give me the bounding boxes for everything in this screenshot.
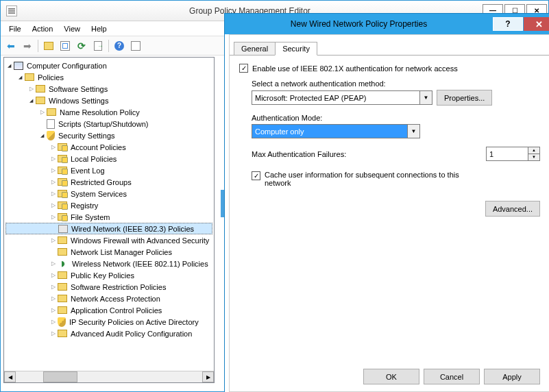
show-hide-button[interactable] xyxy=(58,38,73,53)
expander-icon[interactable] xyxy=(49,167,57,174)
export-button[interactable] xyxy=(90,38,106,53)
shield-icon xyxy=(58,317,66,327)
tree-windows[interactable]: Windows Settings xyxy=(5,95,212,106)
folder-icon xyxy=(25,73,34,81)
authmode-select[interactable]: Computer only ▼ xyxy=(252,124,420,138)
refresh-button[interactable]: ⟳ xyxy=(74,38,89,53)
tree-sysservices[interactable]: System Services xyxy=(5,188,212,199)
maxfail-input[interactable] xyxy=(486,147,528,161)
menu-help[interactable]: Help xyxy=(86,23,112,34)
horizontal-scrollbar[interactable]: ◀ ▶ xyxy=(4,371,214,382)
maxfail-spinner: ▲ ▼ xyxy=(486,147,540,161)
expander-icon[interactable] xyxy=(49,201,57,209)
expander-icon[interactable] xyxy=(49,213,57,221)
dialog-titlebar[interactable]: New Wired Network Policy Properties ? ✕ xyxy=(225,14,549,34)
scroll-left-button[interactable]: ◀ xyxy=(4,371,16,382)
tree-policies[interactable]: Policies xyxy=(5,71,212,83)
tree-wireless[interactable]: Wireless Network (IEEE 802.11) Policies xyxy=(5,258,212,269)
expander-icon[interactable] xyxy=(49,260,57,267)
dialog-help-button[interactable]: ? xyxy=(493,17,523,31)
tree-root[interactable]: Computer Configuration xyxy=(5,60,212,71)
up-button[interactable] xyxy=(41,38,56,53)
authmethod-label: Select a network authentication method: xyxy=(252,79,540,88)
tree-wired[interactable]: Wired Network (IEEE 802.3) Policies xyxy=(5,223,212,234)
expander-icon[interactable] xyxy=(49,190,57,197)
folder-icon xyxy=(58,236,67,244)
tabbar: General Security xyxy=(230,39,549,56)
tree-security[interactable]: Security Settings xyxy=(5,130,212,141)
expander-icon[interactable] xyxy=(49,271,57,279)
advanced-button[interactable]: Advanced... xyxy=(485,201,540,217)
tree-software[interactable]: Software Settings xyxy=(5,83,212,95)
expander-icon[interactable] xyxy=(49,155,57,162)
forward-button[interactable]: ➡ xyxy=(20,38,35,53)
expander-icon[interactable] xyxy=(38,132,46,139)
tree-pki[interactable]: Public Key Policies xyxy=(5,269,212,281)
filter-button[interactable] xyxy=(128,38,143,53)
dialog-body: General Security Enable use of IEEE 802.… xyxy=(229,34,549,392)
back-button[interactable]: ⬅ xyxy=(3,38,19,53)
app-icon xyxy=(6,5,17,16)
dialog-close-button[interactable]: ✕ xyxy=(524,17,549,31)
apply-button[interactable]: Apply xyxy=(484,369,540,384)
expander-icon[interactable] xyxy=(27,97,35,104)
tree-filesystem[interactable]: File System xyxy=(5,211,212,223)
expander-icon[interactable] xyxy=(38,108,46,116)
properties-button[interactable]: Properties... xyxy=(437,90,492,106)
tree-pane[interactable]: Computer Configuration Policies Software… xyxy=(3,57,215,383)
expander-icon[interactable] xyxy=(49,306,57,314)
menu-action[interactable]: Action xyxy=(27,23,59,34)
scroll-thumb[interactable] xyxy=(43,371,77,382)
expander-icon[interactable] xyxy=(49,178,57,186)
cancel-button[interactable]: Cancel xyxy=(424,369,480,384)
authmethod-row: Microsoft: Protected EAP (PEAP) ▼ Proper… xyxy=(252,90,540,106)
cache-checkbox[interactable] xyxy=(252,171,260,180)
tab-security[interactable]: Security xyxy=(275,42,317,56)
folder-lock-icon xyxy=(58,155,67,162)
tree-nap[interactable]: Network Access Protection xyxy=(5,293,212,304)
tree-ipsec[interactable]: IP Security Policies on Active Directory xyxy=(5,316,212,328)
toolbar-separator xyxy=(108,40,109,52)
maxfail-row: Max Authentication Failures: ▲ ▼ xyxy=(252,147,540,161)
tree-account[interactable]: Account Policies xyxy=(5,141,212,153)
expander-icon[interactable] xyxy=(49,143,57,151)
enable-8021x-label: Enable use of IEEE 802.1X authentication… xyxy=(252,64,458,73)
maxfail-label: Max Authentication Failures: xyxy=(252,150,346,158)
dialog-title: New Wired Network Policy Properties xyxy=(225,19,493,29)
tab-general[interactable]: General xyxy=(234,42,276,56)
help-button[interactable] xyxy=(112,38,127,53)
folder-lock-icon xyxy=(58,201,67,209)
menu-file[interactable]: File xyxy=(3,23,27,34)
folder-lock-icon xyxy=(58,143,67,151)
expander-icon[interactable] xyxy=(49,283,57,291)
expander-icon[interactable] xyxy=(49,318,57,326)
tree-acp[interactable]: Application Control Policies xyxy=(5,304,212,316)
tree-local[interactable]: Local Policies xyxy=(5,153,212,164)
tree-eventlog[interactable]: Event Log xyxy=(5,164,212,176)
expander-icon[interactable] xyxy=(27,85,35,93)
spinner-up-button[interactable]: ▲ xyxy=(528,147,539,154)
expander-icon[interactable] xyxy=(5,62,13,69)
ok-button[interactable]: OK xyxy=(363,369,419,384)
spinner-down-button[interactable]: ▼ xyxy=(528,154,539,160)
menu-view[interactable]: View xyxy=(58,23,86,34)
tree-scripts[interactable]: Scripts (Startup/Shutdown) xyxy=(5,118,212,130)
tree-nlmp[interactable]: Network List Manager Policies xyxy=(5,246,212,258)
properties-dialog: New Wired Network Policy Properties ? ✕ … xyxy=(224,13,549,392)
enable-8021x-checkbox[interactable] xyxy=(239,64,248,73)
tree-firewall[interactable]: Windows Firewall with Advanced Security xyxy=(5,234,212,246)
expander-icon[interactable] xyxy=(49,295,57,302)
folder-icon xyxy=(58,330,67,337)
scroll-right-button[interactable]: ▶ xyxy=(202,371,214,382)
tree-restricted[interactable]: Restricted Groups xyxy=(5,176,212,188)
authmethod-select[interactable]: Microsoft: Protected EAP (PEAP) ▼ xyxy=(252,90,432,105)
tree-audit[interactable]: Advanced Audit Policy Configuration xyxy=(5,328,212,339)
splitter[interactable] xyxy=(217,58,224,387)
expander-icon[interactable] xyxy=(49,236,57,244)
expander-icon[interactable] xyxy=(16,73,24,81)
tree-registry[interactable]: Registry xyxy=(5,199,212,211)
expander-icon[interactable] xyxy=(49,330,57,337)
tree-nameres[interactable]: Name Resolution Policy xyxy=(5,106,212,118)
authmethod-value: Microsoft: Protected EAP (PEAP) xyxy=(255,94,366,102)
tree-srp[interactable]: Software Restriction Policies xyxy=(5,281,212,293)
